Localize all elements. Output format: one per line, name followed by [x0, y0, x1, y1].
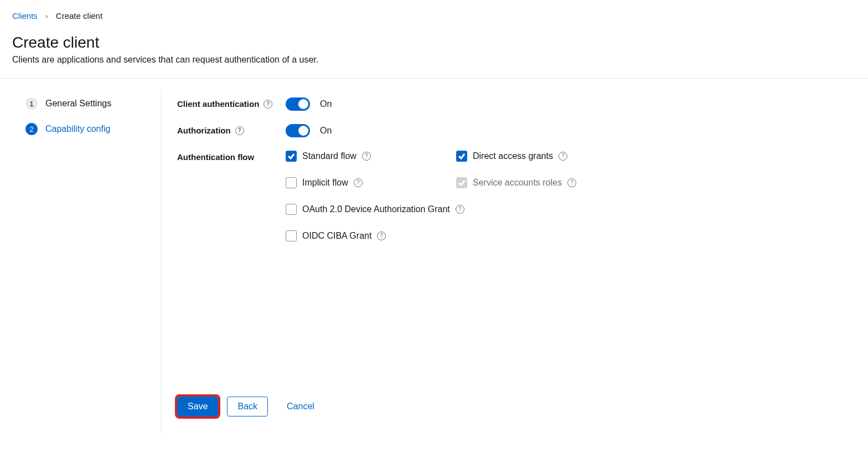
help-icon[interactable]: ? — [264, 100, 272, 109]
help-icon[interactable]: ? — [354, 178, 363, 187]
oidc-ciba-option[interactable]: OIDC CIBA Grant ? — [286, 230, 627, 241]
step-label: General Settings — [45, 99, 111, 109]
page-subtitle: Clients are applications and services th… — [12, 55, 856, 65]
breadcrumb-current: Create client — [56, 11, 102, 20]
capability-form: Client authentication ? On Authorization… — [162, 90, 856, 433]
help-icon[interactable]: ? — [456, 205, 464, 214]
back-button[interactable]: Back — [227, 397, 268, 416]
checkbox-icon — [456, 151, 467, 162]
option-label: Implicit flow — [302, 178, 348, 188]
authorization-toggle[interactable] — [286, 124, 310, 137]
option-label: OIDC CIBA Grant — [302, 231, 371, 241]
breadcrumb: Clients › Create client — [12, 11, 856, 20]
help-icon[interactable]: ? — [567, 178, 576, 187]
client-auth-toggle[interactable] — [286, 97, 310, 111]
cancel-button[interactable]: Cancel — [277, 397, 324, 416]
page-header: Clients › Create client Create client Cl… — [0, 0, 868, 79]
checkbox-icon — [286, 151, 297, 162]
step-number: 1 — [25, 97, 38, 110]
client-auth-label: Client authentication ? — [177, 97, 286, 109]
auth-flow-label: Authentication flow — [177, 151, 286, 162]
wizard-actions: Save Back Cancel — [177, 397, 856, 433]
option-label: Direct access grants — [473, 151, 553, 161]
direct-access-option[interactable]: Direct access grants ? — [456, 151, 627, 162]
oauth-device-option[interactable]: OAuth 2.0 Device Authorization Grant ? — [286, 204, 627, 215]
help-icon[interactable]: ? — [235, 126, 244, 135]
help-icon[interactable]: ? — [362, 152, 371, 161]
help-icon[interactable]: ? — [377, 232, 386, 240]
wizard-stepper: 1 General Settings 2 Capability config — [12, 90, 162, 433]
help-icon[interactable]: ? — [559, 152, 567, 161]
page-title: Create client — [12, 34, 856, 52]
client-auth-state: On — [320, 99, 332, 109]
option-label: Service accounts roles — [473, 178, 562, 188]
chevron-right-icon: › — [45, 11, 48, 20]
implicit-flow-option[interactable]: Implicit flow ? — [286, 177, 456, 188]
step-number: 2 — [25, 123, 38, 135]
option-label: Standard flow — [302, 151, 356, 161]
service-accounts-option: Service accounts roles ? — [456, 177, 627, 188]
standard-flow-option[interactable]: Standard flow ? — [286, 151, 456, 162]
checkbox-icon — [286, 204, 297, 215]
breadcrumb-root-link[interactable]: Clients — [12, 11, 38, 20]
authorization-label: Authorization ? — [177, 124, 286, 135]
checkbox-icon — [286, 230, 297, 241]
authorization-state: On — [320, 126, 332, 136]
checkbox-icon — [456, 177, 467, 188]
step-label: Capability config — [45, 124, 110, 134]
checkbox-icon — [286, 177, 297, 188]
step-capability-config[interactable]: 2 Capability config — [25, 123, 148, 135]
option-label: OAuth 2.0 Device Authorization Grant — [302, 204, 450, 214]
step-general-settings[interactable]: 1 General Settings — [25, 97, 148, 110]
save-button[interactable]: Save — [177, 397, 218, 416]
